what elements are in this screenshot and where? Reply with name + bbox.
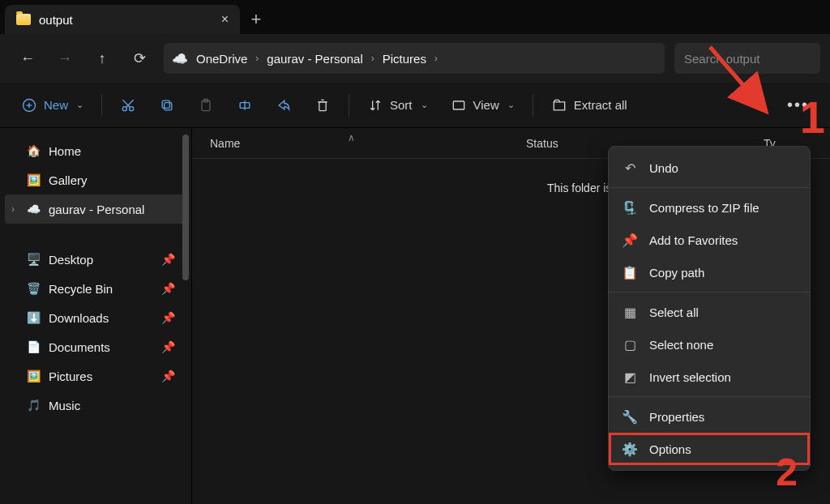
breadcrumb-pictures[interactable]: Pictures bbox=[379, 52, 430, 66]
sidebar-item-personal[interactable]: ›☁️gaurav - Personal bbox=[5, 194, 186, 224]
gear-icon: ⚙️ bbox=[622, 442, 638, 457]
chevron-down-icon: ⌄ bbox=[421, 100, 428, 110]
chevron-down-icon: ⌄ bbox=[76, 100, 83, 110]
menu-undo[interactable]: ↶Undo bbox=[609, 152, 810, 184]
tab-output[interactable]: output × bbox=[5, 5, 240, 34]
breadcrumb-personal[interactable]: gaurav - Personal bbox=[263, 52, 366, 66]
chevron-right-icon: › bbox=[434, 53, 438, 64]
sidebar-label: Music bbox=[49, 399, 80, 412]
divider bbox=[101, 94, 102, 117]
extract-label: Extract all bbox=[574, 98, 627, 112]
download-icon: ⬇️ bbox=[26, 310, 41, 325]
refresh-button[interactable]: ⟳ bbox=[122, 41, 157, 76]
close-icon[interactable]: × bbox=[221, 12, 229, 27]
menu-label: Undo bbox=[649, 161, 678, 175]
sidebar-item-desktop[interactable]: 🖥️Desktop📌 bbox=[0, 245, 191, 274]
share-button[interactable] bbox=[266, 89, 302, 122]
sidebar-item-gallery[interactable]: 🖼️Gallery bbox=[0, 165, 191, 194]
menu-favorites[interactable]: 📌Add to Favorites bbox=[609, 224, 810, 256]
chevron-right-icon[interactable]: › bbox=[11, 203, 15, 215]
sort-asc-icon: ∧ bbox=[348, 132, 355, 143]
new-tab-button[interactable]: + bbox=[240, 5, 272, 34]
wrench-icon: 🔧 bbox=[622, 409, 638, 425]
menu-separator bbox=[609, 187, 810, 188]
menu-selectall[interactable]: ▦Select all bbox=[609, 296, 810, 328]
sidebar: 🏠Home 🖼️Gallery ›☁️gaurav - Personal 🖥️D… bbox=[0, 128, 192, 504]
rename-button[interactable] bbox=[227, 89, 263, 122]
address-bar[interactable]: ☁️ OneDrive › gaurav - Personal › Pictur… bbox=[164, 43, 665, 74]
more-menu: ↶Undo 🗜️Compress to ZIP file 📌Add to Fav… bbox=[608, 146, 811, 471]
menu-label: Select none bbox=[649, 338, 713, 352]
annotation-arrow bbox=[702, 39, 775, 120]
chevron-right-icon: › bbox=[255, 53, 259, 64]
desktop-icon: 🖥️ bbox=[26, 252, 41, 267]
view-label: View bbox=[473, 98, 499, 112]
sidebar-label: Gallery bbox=[49, 173, 88, 187]
svg-rect-16 bbox=[453, 101, 464, 109]
menu-label: Compress to ZIP file bbox=[649, 201, 759, 215]
tab-title: output bbox=[39, 13, 213, 27]
sidebar-label: Desktop bbox=[49, 253, 93, 267]
view-button[interactable]: View ⌄ bbox=[441, 89, 524, 122]
copy-button[interactable] bbox=[149, 89, 185, 122]
menu-label: Invert selection bbox=[649, 370, 731, 384]
onedrive-icon: ☁️ bbox=[172, 51, 188, 66]
svg-rect-7 bbox=[165, 102, 172, 109]
column-status[interactable]: Status bbox=[526, 137, 615, 150]
up-button[interactable]: ↑ bbox=[84, 41, 120, 76]
cut-button[interactable] bbox=[110, 89, 146, 122]
sidebar-item-music[interactable]: 🎵Music bbox=[0, 391, 191, 420]
recycle-icon: 🗑️ bbox=[26, 281, 41, 296]
forward-button[interactable]: → bbox=[47, 41, 83, 76]
pin-icon: 📌 bbox=[622, 233, 638, 248]
sidebar-item-documents[interactable]: 📄Documents📌 bbox=[0, 332, 191, 361]
music-icon: 🎵 bbox=[26, 398, 41, 412]
sidebar-label: Documents bbox=[49, 340, 110, 354]
menu-separator bbox=[609, 396, 810, 397]
back-button[interactable]: ← bbox=[10, 41, 45, 76]
gallery-icon: 🖼️ bbox=[26, 173, 41, 187]
paste-button[interactable] bbox=[188, 89, 224, 122]
svg-line-17 bbox=[710, 47, 764, 109]
home-icon: 🏠 bbox=[26, 143, 41, 158]
menu-invert[interactable]: ◩Invert selection bbox=[609, 361, 810, 393]
copy-icon: 📋 bbox=[622, 265, 638, 280]
menu-selectnone[interactable]: ▢Select none bbox=[609, 328, 810, 361]
pin-icon: 📌 bbox=[161, 311, 175, 324]
menu-label: Add to Favorites bbox=[649, 233, 738, 247]
divider bbox=[533, 94, 533, 117]
sidebar-label: Downloads bbox=[49, 311, 109, 325]
pictures-icon: 🖼️ bbox=[26, 369, 41, 383]
new-button[interactable]: New ⌄ bbox=[11, 89, 93, 122]
sidebar-item-pictures[interactable]: 🖼️Pictures📌 bbox=[0, 361, 191, 391]
svg-line-5 bbox=[126, 100, 134, 107]
sidebar-item-home[interactable]: 🏠Home bbox=[0, 136, 191, 165]
divider bbox=[349, 94, 349, 117]
pin-icon: 📌 bbox=[161, 369, 175, 382]
folder-icon bbox=[16, 14, 31, 25]
zip-icon: 🗜️ bbox=[622, 200, 638, 216]
new-label: New bbox=[44, 98, 68, 112]
menu-copypath[interactable]: 📋Copy path bbox=[609, 256, 810, 288]
svg-rect-13 bbox=[319, 101, 326, 110]
column-name[interactable]: Name∧ bbox=[210, 137, 502, 150]
annotation-1: 1 bbox=[800, 91, 825, 143]
selectnone-icon: ▢ bbox=[622, 337, 638, 352]
pin-icon: 📌 bbox=[161, 340, 175, 353]
annotation-2: 2 bbox=[776, 450, 798, 494]
undo-icon: ↶ bbox=[622, 160, 638, 176]
svg-line-6 bbox=[122, 100, 130, 107]
sidebar-item-downloads[interactable]: ⬇️Downloads📌 bbox=[0, 303, 191, 332]
sidebar-item-recycle[interactable]: 🗑️Recycle Bin📌 bbox=[0, 274, 191, 303]
menu-properties[interactable]: 🔧Properties bbox=[609, 400, 810, 433]
sort-button[interactable]: Sort ⌄ bbox=[357, 89, 438, 122]
selectall-icon: ▦ bbox=[622, 305, 638, 320]
tab-bar: output × + bbox=[0, 0, 830, 34]
breadcrumb-onedrive[interactable]: OneDrive bbox=[193, 52, 250, 66]
sidebar-label: gaurav - Personal bbox=[49, 203, 144, 216]
delete-button[interactable] bbox=[305, 89, 340, 122]
extract-all-button[interactable]: Extract all bbox=[541, 89, 637, 122]
menu-compress[interactable]: 🗜️Compress to ZIP file bbox=[609, 191, 810, 224]
menu-label: Copy path bbox=[649, 266, 704, 280]
menu-label: Properties bbox=[649, 410, 704, 424]
